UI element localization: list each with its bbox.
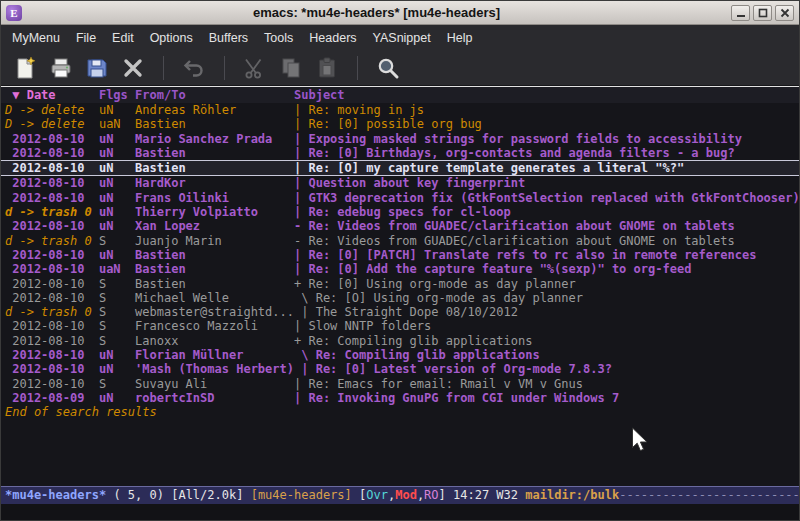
message-from: Florian Müllner [135, 348, 294, 362]
maximize-button[interactable] [753, 5, 772, 21]
menu-buffers[interactable]: Buffers [201, 27, 256, 49]
undo-icon [182, 56, 206, 80]
message-from: robertcInSD [135, 391, 294, 405]
message-flags: S [99, 334, 135, 348]
message-date: 2012-08-10 [5, 146, 99, 160]
message-flags: uN [99, 391, 135, 405]
echo-area[interactable] [1, 504, 799, 520]
column-header-date[interactable]: ▼ Date [5, 88, 99, 102]
message-row[interactable]: 2012-08-10 uN Florian Müllner \ Re: Comp… [1, 348, 799, 362]
window-title: emacs: *mu4e-headers* [mu4e-headers] [28, 5, 725, 20]
menu-yasnippet[interactable]: YASnippet [365, 27, 439, 49]
message-flags: uN [99, 205, 135, 219]
modeline-dashes: ---------------------------------------- [619, 488, 799, 502]
print-icon [49, 56, 73, 80]
close-icon [121, 56, 145, 80]
message-flags: uN [99, 103, 135, 117]
message-subject: | Re: [0] Birthdays, org-contacts and ag… [294, 146, 735, 160]
message-from: Francesco Mazzoli [135, 319, 294, 333]
save-button[interactable] [81, 53, 113, 83]
undo-button[interactable] [178, 53, 210, 83]
new-file-icon [13, 56, 37, 80]
message-flags: uN [99, 219, 135, 233]
message-row[interactable]: D -> delete uaN Bastien | Re: [0] possib… [1, 117, 799, 131]
message-row[interactable]: 2012-08-10 uN Mario Sanchez Prada | Expo… [1, 132, 799, 146]
menu-headers[interactable]: Headers [301, 27, 364, 49]
menu-file[interactable]: File [68, 27, 104, 49]
copy-button[interactable] [275, 53, 307, 83]
menu-help[interactable]: Help [439, 27, 481, 49]
cut-button[interactable] [239, 53, 271, 83]
message-from: Thierry Volpiatto [135, 205, 294, 219]
message-flags: S [99, 291, 135, 305]
message-from: Bastien [135, 146, 294, 160]
message-row[interactable]: 2012-08-10 uN Xan Lopez - Re: Videos fro… [1, 219, 799, 233]
message-subject: | The Straight Dope 08/10/2012 [301, 305, 518, 319]
column-header-flags[interactable]: Flgs [99, 88, 135, 102]
message-date: 2012-08-10 [5, 262, 99, 276]
message-row[interactable]: 2012-08-10 S Bastien + Re: [0] Using org… [1, 277, 799, 291]
message-flags: S [99, 377, 135, 391]
message-row[interactable]: 2012-08-10 uaN Bastien | Re: [0] Add the… [1, 262, 799, 276]
message-row[interactable]: d -> trash 0 S Juanjo Marin - Re: Videos… [1, 234, 799, 248]
column-header-from[interactable]: From/To [135, 88, 294, 102]
paste-button[interactable] [311, 53, 343, 83]
message-row[interactable]: 2012-08-10 uN 'Mash (Thomas Herbert) | R… [1, 362, 799, 376]
close-icon [780, 8, 790, 18]
mu4e-headers-buffer[interactable]: ▼ Date Flgs From/To Subject D -> delete … [1, 86, 799, 486]
message-subject: | Re: Invoking GnuPG from CGI under Wind… [294, 391, 619, 405]
message-mark: d -> trash 0 [5, 205, 99, 219]
message-subject: + Re: [0] Using org-mode as day planner [294, 277, 576, 291]
message-flags: uaN [99, 262, 135, 276]
message-mark: d -> trash 0 [5, 234, 99, 248]
message-row-current[interactable]: 2012-08-10 uN Bastien | Re: [O] my captu… [1, 160, 799, 176]
message-date: 2012-08-10 [5, 132, 99, 146]
menu-options[interactable]: Options [142, 27, 201, 49]
message-row[interactable]: 2012-08-09 uN robertcInSD | Re: Invoking… [1, 391, 799, 405]
message-subject: | Re: [0] [PATCH] Translate refs to rc a… [294, 248, 756, 262]
close-button[interactable] [117, 53, 149, 83]
message-date: 2012-08-10 [5, 377, 99, 391]
menu-mymenu[interactable]: MyMenu [4, 27, 68, 49]
message-row[interactable]: D -> delete uN Andreas Röhler | Re: movi… [1, 103, 799, 117]
print-button[interactable] [45, 53, 77, 83]
menu-edit[interactable]: Edit [104, 27, 142, 49]
message-row[interactable]: 2012-08-10 uN Frans Oilinki | GTK3 depre… [1, 191, 799, 205]
column-header-line[interactable]: ▼ Date Flgs From/To Subject [1, 86, 799, 103]
message-row[interactable]: 2012-08-10 uN Bastien | Re: [0] Birthday… [1, 146, 799, 160]
cut-icon [243, 56, 267, 80]
message-row[interactable]: 2012-08-10 S Francesco Mazzoli | Slow NN… [1, 319, 799, 333]
modeline-ovr: Ovr [366, 488, 388, 502]
message-row[interactable]: 2012-08-10 S Michael Welle \ Re: [O] Usi… [1, 291, 799, 305]
menu-tools[interactable]: Tools [256, 27, 301, 49]
titlebar[interactable]: E emacs: *mu4e-headers* [mu4e-headers] [1, 1, 799, 25]
message-mark: D -> delete [5, 117, 99, 131]
message-subject: - Re: Videos from GUADEC/clarification a… [294, 234, 735, 248]
message-from: Michael Welle [135, 291, 294, 305]
message-row[interactable]: 2012-08-10 S Suvayu Ali | Re: Emacs for … [1, 377, 799, 391]
message-date: 2012-08-10 [5, 191, 99, 205]
message-row[interactable]: d -> trash 0 uN Thierry Volpiatto | Re: … [1, 205, 799, 219]
column-header-subject[interactable]: Subject [294, 88, 345, 102]
message-row[interactable]: 2012-08-10 uN Bastien | Re: [0] [PATCH] … [1, 248, 799, 262]
emacs-app-icon: E [6, 5, 22, 21]
message-date: 2012-08-10 [5, 319, 99, 333]
message-row[interactable]: d -> trash 0 S webmaster@straightd... | … [1, 305, 799, 319]
modeline-mode: [mu4e-headers] [251, 488, 352, 502]
message-from: Xan Lopez [135, 219, 294, 233]
message-from: Frans Oilinki [135, 191, 294, 205]
close-button[interactable] [775, 5, 794, 21]
message-flags: uN [99, 146, 135, 160]
mouse-pointer-icon [631, 427, 651, 455]
minimize-button[interactable] [731, 5, 750, 21]
message-from: Bastien [135, 262, 294, 276]
toolbar-separator [357, 56, 358, 80]
new-file-button[interactable] [9, 53, 41, 83]
search-button[interactable] [372, 53, 404, 83]
message-from: Suvayu Ali [135, 377, 294, 391]
message-subject: + Re: Compiling glib applications [294, 334, 532, 348]
message-row[interactable]: 2012-08-10 S Lanoxx + Re: Compiling glib… [1, 334, 799, 348]
message-row[interactable]: 2012-08-10 uN HardKor | Question about k… [1, 176, 799, 190]
message-flags: uN [99, 348, 135, 362]
message-from: Bastien [135, 248, 294, 262]
